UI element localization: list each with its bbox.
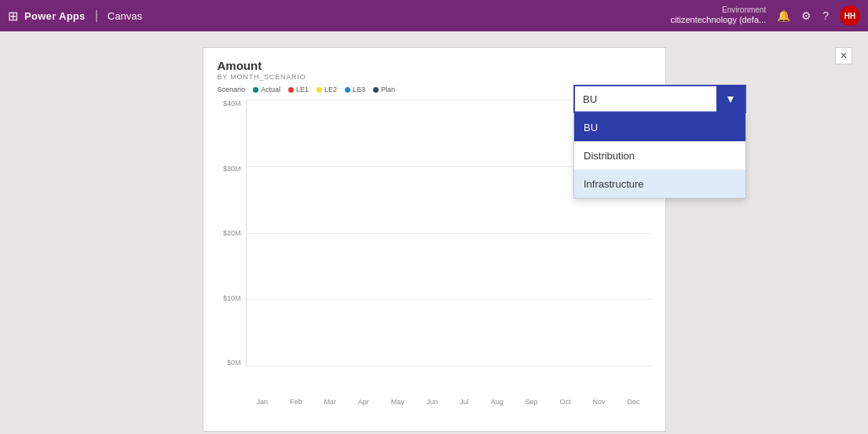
dropdown-list: BUDistributionInfrastructure — [573, 113, 746, 199]
grid-icon[interactable]: ⊞ — [8, 9, 18, 24]
legend-label: LE3 — [353, 86, 365, 93]
gear-icon[interactable]: ⚙ — [801, 9, 811, 22]
dropdown-option[interactable]: Infrastructure — [574, 170, 745, 198]
legend-label: Actual — [261, 86, 280, 93]
topbar-logo: Power Apps — [24, 10, 86, 22]
x-axis-label: Feb — [290, 398, 302, 406]
y-axis-label: $30M — [218, 165, 241, 173]
x-axis-label: Mar — [324, 398, 336, 406]
topbar-environment: Environment citizentechnology (defa... — [671, 5, 767, 25]
legend-dot — [345, 87, 350, 93]
topbar: ⊞ Power Apps | Canvas Environment citize… — [0, 0, 868, 31]
canvas-area: Amount BY MONTH_SCENARIO Scenario Actual… — [0, 31, 868, 434]
x-axis-label: Oct — [560, 398, 571, 406]
legend-dot — [317, 87, 322, 93]
y-axis-label: $0M — [218, 359, 241, 367]
legend-item: Plan — [373, 86, 395, 93]
x-axis-label: May — [391, 398, 405, 406]
y-axis-labels: $40M$30M$20M$10M$0M — [218, 100, 241, 367]
y-axis-label: $10M — [218, 294, 241, 302]
environment-name: citizentechnology (defa... — [671, 15, 767, 25]
legend-item: Actual — [253, 86, 280, 93]
environment-label: Environment — [722, 5, 766, 15]
dropdown-option[interactable]: Distribution — [574, 141, 745, 170]
topbar-left: ⊞ Power Apps | Canvas — [8, 9, 142, 24]
legend-label: LE1 — [296, 86, 309, 93]
y-axis-label: $40M — [218, 100, 241, 108]
chart-subtitle: BY MONTH_SCENARIO — [218, 73, 651, 81]
legend-dot — [373, 87, 379, 93]
x-axis-label: Dec — [627, 398, 639, 406]
legend-label: LE2 — [324, 86, 337, 93]
dropdown-trigger[interactable]: BU ▼ — [573, 85, 746, 113]
help-icon[interactable]: ? — [822, 9, 829, 22]
topbar-separator: | — [95, 9, 98, 23]
topbar-app-name: Canvas — [108, 10, 142, 22]
avatar[interactable]: HH — [840, 5, 860, 26]
bell-icon[interactable]: 🔔 — [777, 9, 790, 22]
dropdown-chevron-icon: ▼ — [716, 85, 745, 113]
x-axis-label: Apr — [358, 398, 369, 406]
legend-scenario-label: Scenario — [218, 86, 246, 93]
legend-label: Plan — [381, 86, 395, 93]
x-axis-labels: JanFebMarAprMayJunJulAugSepOctNovDec — [246, 395, 651, 406]
dropdown-panel: BU ▼ BUDistributionInfrastructure — [573, 85, 746, 199]
x-axis-label: Aug — [491, 398, 504, 406]
gridline — [247, 366, 651, 367]
dropdown-option[interactable]: BU — [574, 113, 745, 141]
legend-item: LE2 — [317, 86, 337, 93]
legend-item: LE1 — [288, 86, 309, 93]
x-axis-label: Jun — [427, 398, 438, 406]
dropdown-selected-value: BU — [583, 93, 597, 105]
x-axis-label: Jul — [460, 398, 469, 406]
x-axis-label: Sep — [526, 398, 538, 406]
x-axis-label: Nov — [592, 398, 605, 406]
legend-dot — [288, 87, 294, 93]
legend-dot — [253, 87, 258, 93]
topbar-right: Environment citizentechnology (defa... 🔔… — [671, 5, 860, 26]
chart-title: Amount — [218, 59, 651, 72]
legend-item: LE3 — [345, 86, 365, 93]
y-axis-label: $20M — [218, 229, 241, 237]
x-axis-label: Jan — [256, 398, 268, 406]
close-button[interactable]: ✕ — [835, 47, 852, 64]
